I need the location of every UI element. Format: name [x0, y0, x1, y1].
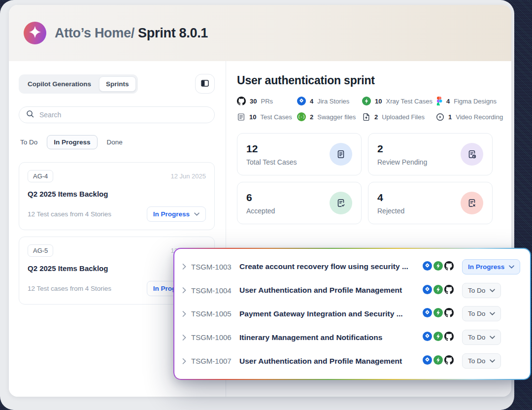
stat-jira-stories: 4 Jira Stories: [297, 97, 362, 105]
chevron-down-icon: [194, 212, 200, 216]
test-case-title: User Authentication and Profile Manageme…: [239, 286, 418, 295]
sprint-card-subtitle: 12 Test cases from 4 Stories: [28, 285, 111, 292]
stat-video-recording: 1 Video Recording: [436, 112, 511, 121]
stat-prs: 30 PRs: [237, 97, 297, 105]
source-icons: [423, 285, 454, 296]
app-header: Atto’s Home/ Sprint 8.0.1: [9, 5, 511, 61]
stat-test-cases: 10 Test Cases: [237, 112, 297, 121]
stat-swagger-files: {-} 2 Swagger files: [297, 112, 362, 121]
sprint-stats: 30 PRs 4 Jira Stories 10: [237, 97, 511, 121]
github-icon: [444, 261, 454, 273]
sprint-status-dropdown[interactable]: In Progress: [147, 206, 206, 222]
chevron-right-icon[interactable]: [182, 358, 186, 364]
xray-icon: [362, 97, 371, 105]
test-case-key: TSGM-1007: [191, 357, 234, 365]
stat-xray-test-cases: 10 Xray Test Cases: [362, 97, 436, 105]
document-icon: [330, 143, 352, 166]
test-case-status-dropdown[interactable]: To Do: [462, 353, 501, 369]
github-icon: [444, 285, 454, 296]
filter-done[interactable]: Done: [105, 135, 124, 149]
test-case-row[interactable]: TSGM-1006 Itinerary Management and Notif…: [174, 330, 530, 345]
figma-icon: [436, 97, 442, 105]
app-logo: [24, 22, 46, 44]
filter-todo[interactable]: To Do: [19, 135, 39, 149]
stat-uploaded-files: 2 Uploaded Files: [362, 112, 436, 121]
chevron-down-icon: [490, 359, 495, 363]
jira-icon: [423, 308, 432, 319]
sprint-title: User authentication sprint: [237, 74, 511, 87]
test-case-row[interactable]: TSGM-1004 User Authentication and Profil…: [174, 283, 530, 298]
sprint-key-badge: AG-5: [28, 244, 53, 257]
search-icon: [26, 109, 34, 120]
status-label: To Do: [468, 334, 485, 341]
test-case-row[interactable]: TSGM-1003 Create account recovery flow u…: [174, 259, 530, 274]
xray-icon: [433, 261, 443, 273]
chevron-right-icon[interactable]: [182, 264, 186, 270]
chevron-right-icon[interactable]: [182, 335, 186, 341]
card-review-pending: 2 Review Pending: [368, 133, 493, 175]
test-case-title: Create account recovery flow using secur…: [239, 262, 418, 271]
chevron-down-icon: [490, 336, 495, 339]
chevron-right-icon[interactable]: [182, 287, 186, 293]
test-case-status-dropdown[interactable]: To Do: [462, 330, 501, 345]
test-case-title: Itinerary Management and Notifications: [239, 333, 418, 342]
jira-icon: [423, 261, 432, 273]
search-input[interactable]: [39, 111, 208, 119]
source-icons: [423, 355, 454, 367]
view-switcher: Copilot Generations Sprints: [19, 74, 138, 94]
xray-icon: [433, 355, 443, 367]
sprint-status-label: In Progress: [153, 210, 190, 218]
test-case-key: TSGM-1003: [191, 263, 234, 271]
source-icons: [423, 308, 454, 319]
test-case-status-dropdown[interactable]: To Do: [462, 283, 501, 298]
source-icons: [423, 261, 454, 273]
sprint-card-title: Q2 2025 Items Backlog: [28, 190, 206, 198]
sidebar-panel-icon: [200, 78, 210, 90]
tab-copilot-generations[interactable]: Copilot Generations: [21, 76, 98, 92]
video-icon: [436, 113, 444, 121]
status-label: To Do: [468, 287, 485, 294]
sprint-card-subtitle: 12 Test cases from 4 Stories: [28, 210, 111, 218]
status-filters: To Do In Progress Done: [19, 135, 215, 149]
sprint-key-badge: AG-4: [28, 170, 53, 182]
breadcrumb-current: Sprint 8.0.1: [134, 26, 208, 40]
test-case-row[interactable]: TSGM-1007 User Authentication and Profil…: [174, 353, 530, 369]
upload-file-icon: [362, 113, 370, 121]
xray-icon: [433, 308, 443, 319]
chevron-down-icon: [509, 265, 514, 269]
card-total-test-cases: 12 Total Test Cases: [237, 133, 362, 175]
test-cases-overlay: TSGM-1003 Create account recovery flow u…: [173, 248, 531, 380]
search-bar: [19, 106, 215, 123]
source-icons: [423, 332, 454, 343]
panel-toggle-button[interactable]: [195, 74, 215, 94]
test-case-key: TSGM-1006: [191, 333, 234, 342]
filter-in-progress[interactable]: In Progress: [47, 135, 97, 149]
github-icon: [444, 332, 454, 343]
sprint-date: 12 Jun 2025: [170, 172, 206, 180]
summary-cards: 12 Total Test Cases 2 Review Pending: [237, 133, 511, 224]
chevron-right-icon[interactable]: [182, 311, 186, 317]
tab-sprints[interactable]: Sprints: [99, 76, 136, 92]
github-icon: [237, 97, 246, 105]
desktop-background: Atto’s Home/ Sprint 8.0.1 Copilot Genera…: [0, 0, 532, 410]
jira-icon: [297, 97, 306, 105]
test-case-title: User Authentication and Profile Manageme…: [239, 357, 418, 366]
document-clock-icon: [461, 143, 483, 166]
jira-icon: [423, 285, 432, 296]
test-case-row[interactable]: TSGM-1005 Payment Gateway Integration an…: [174, 306, 530, 321]
sprint-card-ag4[interactable]: AG-4 12 Jun 2025 Q2 2025 Items Backlog 1…: [19, 162, 215, 230]
test-case-title: Payment Gateway Integration and Security…: [239, 309, 418, 318]
stat-figma-designs: 4 Figma Designs: [436, 97, 511, 105]
sparkle-star-icon: [29, 26, 41, 40]
github-icon: [444, 308, 454, 319]
chevron-down-icon: [490, 312, 495, 315]
swagger-icon: {-}: [297, 112, 306, 121]
jira-icon: [423, 355, 432, 367]
test-case-status-dropdown[interactable]: To Do: [462, 306, 501, 321]
test-case-status-dropdown[interactable]: In Progress: [462, 259, 520, 274]
breadcrumb-brand: Atto’s Home/: [55, 26, 134, 40]
status-label: To Do: [468, 310, 485, 317]
svg-text:{-}: {-}: [298, 114, 305, 119]
document-x-icon: [461, 192, 483, 214]
document-check-icon: [330, 192, 352, 214]
